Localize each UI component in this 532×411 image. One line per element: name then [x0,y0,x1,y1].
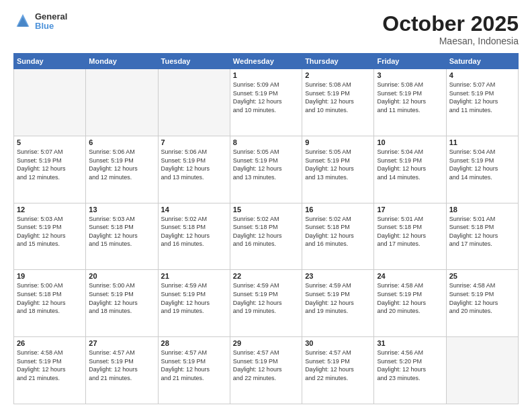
calendar-cell: 26Sunrise: 4:58 AM Sunset: 5:19 PM Dayli… [14,337,86,404]
calendar-cell: 20Sunrise: 5:00 AM Sunset: 5:19 PM Dayli… [86,270,158,337]
month-title: October 2025 [382,12,519,36]
day-info: Sunrise: 4:57 AM Sunset: 5:19 PM Dayligh… [305,349,371,382]
calendar-cell: 29Sunrise: 4:57 AM Sunset: 5:19 PM Dayli… [230,337,302,404]
calendar-week-1: 5Sunrise: 5:07 AM Sunset: 5:19 PM Daylig… [14,136,519,203]
logo-text: General Blue [35,12,67,32]
day-info: Sunrise: 4:59 AM Sunset: 5:19 PM Dayligh… [233,281,299,315]
day-number: 30 [305,339,371,347]
calendar-week-4: 26Sunrise: 4:58 AM Sunset: 5:19 PM Dayli… [14,337,519,404]
logo-icon [13,12,32,31]
day-number: 21 [161,272,227,280]
day-info: Sunrise: 5:03 AM Sunset: 5:18 PM Dayligh… [89,215,154,248]
weekday-header-sunday: Sunday [14,54,86,69]
day-info: Sunrise: 5:08 AM Sunset: 5:19 PM Dayligh… [305,81,371,114]
calendar-cell: 21Sunrise: 4:59 AM Sunset: 5:19 PM Dayli… [158,270,230,337]
day-number: 4 [449,71,515,79]
day-info: Sunrise: 5:06 AM Sunset: 5:19 PM Dayligh… [89,148,154,181]
weekday-header-monday: Monday [86,54,158,69]
day-info: Sunrise: 5:07 AM Sunset: 5:19 PM Dayligh… [17,148,83,181]
calendar-cell: 1Sunrise: 5:09 AM Sunset: 5:19 PM Daylig… [230,69,302,136]
calendar-cell: 14Sunrise: 5:02 AM Sunset: 5:18 PM Dayli… [158,203,230,270]
calendar-cell: 17Sunrise: 5:01 AM Sunset: 5:18 PM Dayli… [374,203,446,270]
day-number: 22 [233,272,299,280]
page: General Blue October 2025 Maesan, Indone… [0,0,532,411]
day-number: 6 [89,138,154,146]
calendar-cell: 10Sunrise: 5:04 AM Sunset: 5:19 PM Dayli… [374,136,446,203]
day-number: 14 [161,205,227,214]
day-info: Sunrise: 5:05 AM Sunset: 5:19 PM Dayligh… [305,148,371,181]
logo-line1: General [35,12,67,21]
calendar-cell: 12Sunrise: 5:03 AM Sunset: 5:19 PM Dayli… [14,203,86,270]
weekday-header-saturday: Saturday [446,54,518,69]
day-info: Sunrise: 4:57 AM Sunset: 5:19 PM Dayligh… [233,349,299,382]
calendar-cell: 2Sunrise: 5:08 AM Sunset: 5:19 PM Daylig… [302,69,374,136]
day-number: 31 [377,339,443,347]
day-info: Sunrise: 5:00 AM Sunset: 5:18 PM Dayligh… [17,281,83,315]
day-info: Sunrise: 4:58 AM Sunset: 5:19 PM Dayligh… [377,281,443,315]
day-info: Sunrise: 4:58 AM Sunset: 5:19 PM Dayligh… [17,349,83,382]
calendar-cell: 3Sunrise: 5:08 AM Sunset: 5:19 PM Daylig… [374,69,446,136]
day-info: Sunrise: 5:01 AM Sunset: 5:18 PM Dayligh… [449,215,515,248]
logo: General Blue [13,12,67,32]
calendar-cell: 27Sunrise: 4:57 AM Sunset: 5:19 PM Dayli… [86,337,158,404]
day-number: 5 [17,138,83,146]
day-info: Sunrise: 5:07 AM Sunset: 5:19 PM Dayligh… [449,81,515,114]
day-number: 10 [377,138,443,146]
calendar-cell: 4Sunrise: 5:07 AM Sunset: 5:19 PM Daylig… [446,69,518,136]
day-number: 2 [305,71,371,79]
day-number: 3 [377,71,443,79]
day-number: 29 [233,339,299,347]
day-number: 18 [449,205,515,214]
calendar-cell: 18Sunrise: 5:01 AM Sunset: 5:18 PM Dayli… [446,203,518,270]
day-info: Sunrise: 4:57 AM Sunset: 5:19 PM Dayligh… [161,349,227,382]
day-number: 28 [161,339,227,347]
day-info: Sunrise: 5:02 AM Sunset: 5:18 PM Dayligh… [161,215,227,248]
day-info: Sunrise: 4:56 AM Sunset: 5:20 PM Dayligh… [377,349,443,382]
logo-line2: Blue [35,21,67,31]
calendar-cell: 8Sunrise: 5:05 AM Sunset: 5:19 PM Daylig… [230,136,302,203]
day-info: Sunrise: 5:06 AM Sunset: 5:19 PM Dayligh… [161,148,227,181]
calendar-cell: 28Sunrise: 4:57 AM Sunset: 5:19 PM Dayli… [158,337,230,404]
calendar-cell [86,69,158,136]
calendar-week-0: 1Sunrise: 5:09 AM Sunset: 5:19 PM Daylig… [14,69,519,136]
calendar-cell: 6Sunrise: 5:06 AM Sunset: 5:19 PM Daylig… [86,136,158,203]
calendar-cell: 13Sunrise: 5:03 AM Sunset: 5:18 PM Dayli… [86,203,158,270]
day-info: Sunrise: 5:03 AM Sunset: 5:19 PM Dayligh… [17,215,83,248]
day-number: 13 [89,205,154,214]
calendar-cell [158,69,230,136]
day-number: 19 [17,272,83,280]
day-info: Sunrise: 4:57 AM Sunset: 5:19 PM Dayligh… [89,349,154,382]
day-info: Sunrise: 4:59 AM Sunset: 5:19 PM Dayligh… [305,281,371,315]
day-info: Sunrise: 5:08 AM Sunset: 5:19 PM Dayligh… [377,81,443,114]
calendar-week-3: 19Sunrise: 5:00 AM Sunset: 5:18 PM Dayli… [14,270,519,337]
day-info: Sunrise: 5:04 AM Sunset: 5:19 PM Dayligh… [449,148,515,181]
calendar-cell: 16Sunrise: 5:02 AM Sunset: 5:18 PM Dayli… [302,203,374,270]
calendar-cell: 15Sunrise: 5:02 AM Sunset: 5:18 PM Dayli… [230,203,302,270]
calendar-cell: 7Sunrise: 5:06 AM Sunset: 5:19 PM Daylig… [158,136,230,203]
day-number: 1 [233,71,299,79]
day-number: 23 [305,272,371,280]
day-info: Sunrise: 5:04 AM Sunset: 5:19 PM Dayligh… [377,148,443,181]
calendar-cell [446,337,518,404]
day-number: 25 [449,272,515,280]
day-number: 17 [377,205,443,214]
day-number: 12 [17,205,83,214]
day-number: 16 [305,205,371,214]
calendar-header-row: SundayMondayTuesdayWednesdayThursdayFrid… [14,54,519,69]
weekday-header-wednesday: Wednesday [230,54,302,69]
calendar-cell: 23Sunrise: 4:59 AM Sunset: 5:19 PM Dayli… [302,270,374,337]
day-number: 9 [305,138,371,146]
calendar-cell [14,69,86,136]
calendar-cell: 30Sunrise: 4:57 AM Sunset: 5:19 PM Dayli… [302,337,374,404]
day-number: 7 [161,138,227,146]
day-info: Sunrise: 5:00 AM Sunset: 5:19 PM Dayligh… [89,281,154,315]
calendar-cell: 25Sunrise: 4:58 AM Sunset: 5:19 PM Dayli… [446,270,518,337]
weekday-header-friday: Friday [374,54,446,69]
day-info: Sunrise: 5:02 AM Sunset: 5:18 PM Dayligh… [233,215,299,248]
day-info: Sunrise: 5:09 AM Sunset: 5:19 PM Dayligh… [233,81,299,114]
day-number: 26 [17,339,83,347]
day-info: Sunrise: 5:02 AM Sunset: 5:18 PM Dayligh… [305,215,371,248]
calendar-cell: 5Sunrise: 5:07 AM Sunset: 5:19 PM Daylig… [14,136,86,203]
calendar-cell: 11Sunrise: 5:04 AM Sunset: 5:19 PM Dayli… [446,136,518,203]
day-info: Sunrise: 5:05 AM Sunset: 5:19 PM Dayligh… [233,148,299,181]
